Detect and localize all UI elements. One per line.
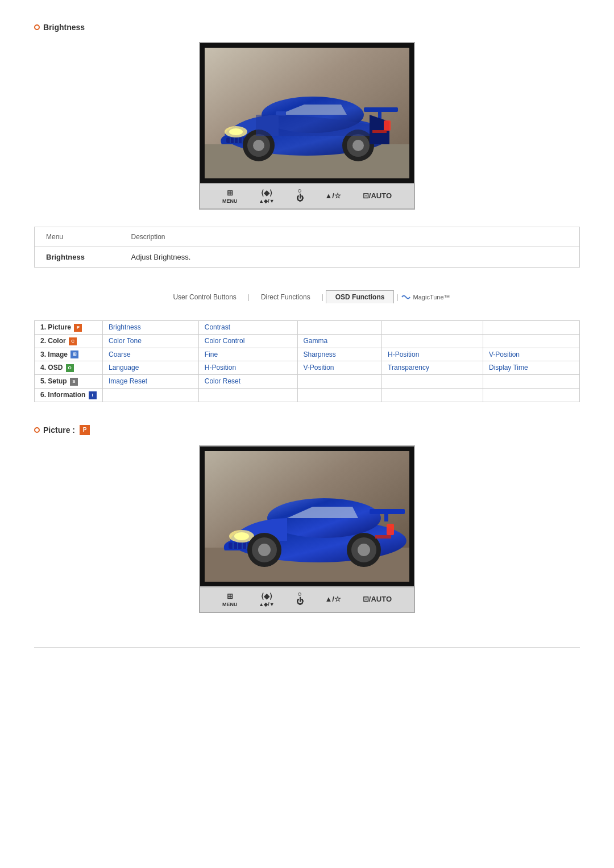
osd-language-link[interactable]: Language — [109, 364, 139, 372]
source-button-2[interactable]: ⊡/AUTO — [363, 595, 392, 604]
osd-cell: Color Control — [198, 334, 297, 348]
osd-coarse-link[interactable]: Coarse — [109, 350, 131, 358]
menu-label-2: MENU — [222, 602, 238, 607]
osd-cell — [103, 389, 199, 402]
osd-hposition-img-link[interactable]: H-Position — [388, 350, 419, 358]
svg-point-35 — [258, 544, 271, 556]
svg-rect-18 — [378, 107, 381, 119]
nav-sep-1: | — [246, 293, 252, 301]
osd-cell: Coarse — [103, 348, 199, 361]
osd-cell: Language — [103, 361, 199, 375]
osd-cell: Color Reset — [198, 375, 297, 389]
col-menu: Menu — [35, 227, 120, 247]
monitor-frame — [199, 42, 415, 184]
volume-button-2[interactable]: ⟨◆⟩ ▲◆/▼ — [259, 592, 274, 607]
osd-cell: H-Position — [382, 348, 483, 361]
picture-title-badge: P — [80, 425, 90, 435]
osd-gamma-link[interactable]: Gamma — [304, 337, 328, 345]
osd-transparency-link[interactable]: Transparency — [388, 364, 429, 372]
monitor-screen-2 — [205, 451, 409, 582]
magic-tune-icon — [401, 293, 411, 301]
power-button[interactable]: ⏻ — [296, 189, 304, 203]
osd-cell — [297, 375, 382, 389]
brightness-button[interactable]: ▲/☆ — [325, 191, 341, 201]
picture-header: Picture : P — [34, 425, 580, 435]
osd-colortone-link[interactable]: Color Tone — [109, 337, 142, 345]
info-badge: i — [89, 391, 97, 399]
osd-functions-table: 1. Picture P Brightness Contrast 2. Colo… — [34, 320, 580, 402]
magic-tune-label: MagicTune™ — [413, 294, 450, 301]
osd-colorreset-link[interactable]: Color Reset — [205, 377, 240, 385]
row-desc: Adjust Brightness. — [120, 247, 580, 268]
monitor-controls-bar: ⊞ MENU ⟨◆⟩ ▲◆/▼ ⏻ ▲/☆ ⊡/AUTO — [199, 184, 415, 210]
vol-label-2: ▲◆/▼ — [259, 602, 274, 607]
osd-cell — [382, 389, 483, 402]
nav-sep-2: | — [320, 293, 326, 301]
bullet-icon — [34, 24, 40, 30]
osd-row-label-setup: 5. Setup S — [35, 375, 103, 389]
monitor-mockup: ⊞ MENU ⟨◆⟩ ▲◆/▼ ⏻ ▲/☆ ⊡/AUTO — [34, 42, 580, 210]
osd-row-information: 6. Information i — [35, 389, 580, 402]
page-footer — [34, 647, 580, 653]
osd-cell — [382, 321, 483, 335]
car-image-2 — [205, 451, 409, 582]
car-image — [205, 48, 409, 178]
row-menu: Brightness — [35, 247, 120, 268]
tab-user-control[interactable]: User Control Buttons — [164, 291, 245, 303]
osd-cell: Contrast — [198, 321, 297, 335]
osd-cell: Fine — [198, 348, 297, 361]
source-icon: ⊡/AUTO — [363, 191, 392, 200]
osd-cell — [297, 389, 382, 402]
osd-colorcontrol-link[interactable]: Color Control — [205, 337, 245, 345]
osd-cell — [483, 334, 580, 348]
brightness-title: Brightness — [43, 23, 85, 32]
osd-vposition-img-link[interactable]: V-Position — [489, 350, 520, 358]
osd-contrast-link[interactable]: Contrast — [205, 323, 230, 331]
menu-button-2[interactable]: ⊞ MENU — [222, 592, 238, 607]
osd-sharpness-link[interactable]: Sharpness — [304, 350, 336, 358]
menu-label: MENU — [222, 198, 238, 204]
osd-cell: Display Time — [483, 361, 580, 375]
svg-rect-41 — [387, 524, 394, 535]
svg-point-38 — [358, 544, 370, 556]
brightness-button-2[interactable]: ▲/☆ — [325, 595, 341, 604]
power-button-2[interactable]: ⏻ — [296, 592, 304, 607]
brightness-section: Brightness — [34, 23, 580, 268]
osd-badge: O — [66, 364, 74, 372]
osd-vposition-osd-link[interactable]: V-Position — [304, 364, 334, 372]
osd-brightness-link[interactable]: Brightness — [109, 323, 141, 331]
color-badge: C — [69, 337, 77, 345]
osd-row-label-information: 6. Information i — [35, 389, 103, 402]
osd-row-label-color: 2. Color C — [35, 334, 103, 348]
osd-cell — [297, 321, 382, 335]
source-button[interactable]: ⊡/AUTO — [363, 191, 392, 201]
osd-cell — [483, 375, 580, 389]
vol-icon-2: ⟨◆⟩ — [261, 592, 272, 600]
osd-row-setup: 5. Setup S Image Reset Color Reset — [35, 375, 580, 389]
svg-rect-42 — [375, 535, 391, 539]
osd-cell — [198, 389, 297, 402]
osd-hposition-osd-link[interactable]: H-Position — [205, 364, 236, 372]
osd-displaytime-link[interactable]: Display Time — [489, 364, 528, 372]
picture-title: Picture : — [43, 425, 75, 435]
volume-button[interactable]: ⟨◆⟩ ▲◆/▼ — [259, 189, 274, 204]
brightness-ctrl-icon: ▲/☆ — [325, 191, 341, 200]
power-icon-2: ⏻ — [296, 597, 304, 606]
description-table: Menu Description Brightness Adjust Brigh… — [34, 227, 580, 268]
osd-fine-link[interactable]: Fine — [205, 350, 218, 358]
tab-osd-functions[interactable]: OSD Functions — [326, 290, 395, 303]
col-description: Description — [120, 227, 580, 247]
osd-imagereset-link[interactable]: Image Reset — [109, 377, 147, 385]
monitor-screen — [205, 48, 409, 178]
magic-tune-tab[interactable]: MagicTune™ — [401, 293, 450, 301]
osd-cell — [382, 375, 483, 389]
osd-cell — [483, 321, 580, 335]
source-icon-2: ⊡/AUTO — [363, 595, 392, 603]
menu-button[interactable]: ⊞ MENU — [222, 189, 238, 204]
table-row: Brightness Adjust Brightness. — [35, 247, 580, 268]
tab-direct-functions[interactable]: Direct Functions — [252, 291, 320, 303]
image-badge: ⊞ — [70, 350, 78, 358]
menu-icon: ⊞ — [227, 189, 233, 197]
svg-rect-21 — [372, 130, 387, 133]
osd-cell: Image Reset — [103, 375, 199, 389]
